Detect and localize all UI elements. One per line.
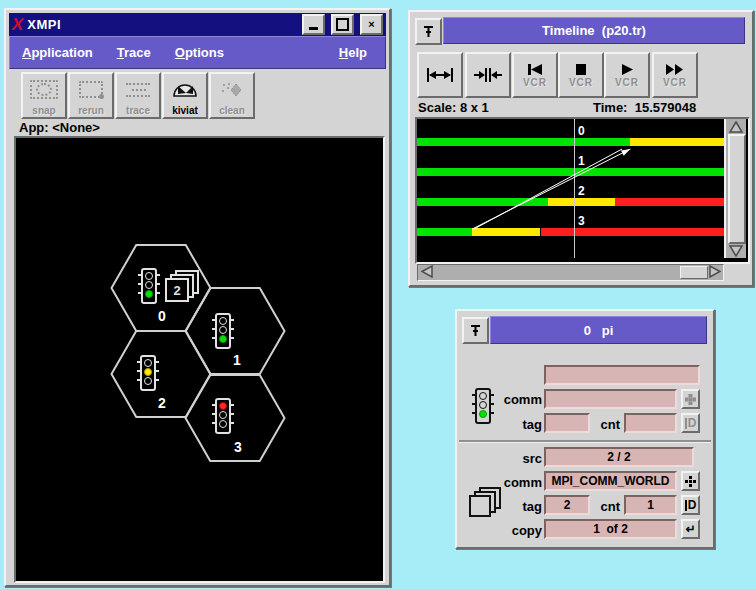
snap-button[interactable]: snap (21, 72, 67, 119)
process-label-0: 0 (151, 308, 173, 324)
yellow-lamp (145, 281, 153, 289)
snap-label: snap (32, 105, 55, 116)
timeline-window: Timeline (p20.tr) VCR VCR (408, 10, 754, 287)
menu-application[interactable]: Application (10, 45, 105, 60)
section-separator (459, 440, 711, 443)
horizontal-scroll-thumb[interactable] (680, 266, 708, 279)
stop-icon (571, 63, 591, 76)
rewind-icon (525, 63, 545, 76)
cascade-button-disabled[interactable] (681, 389, 700, 409)
scale-value: 8 x 1 (460, 100, 489, 115)
kiviat-label: kiviat (172, 105, 198, 116)
process-label-1: 1 (226, 352, 248, 368)
src-label: src (459, 451, 542, 466)
fast-forward-icon (664, 63, 686, 76)
cnt-label: cnt (537, 417, 620, 432)
vcr-rewind-button[interactable]: VCR (512, 52, 558, 98)
maximize-icon (336, 18, 349, 31)
expand-extent-button[interactable] (417, 52, 463, 98)
xmpi-main-window: X XMPI × Application Trace Options Help … (4, 8, 391, 587)
expand-arrows-icon (425, 66, 455, 84)
green-lamp (219, 335, 227, 343)
red-lamp (144, 359, 152, 367)
cnt-field[interactable]: 1 (624, 495, 677, 515)
traffic-light-process-0[interactable] (138, 267, 160, 305)
snap-icon (23, 74, 65, 105)
close-button[interactable]: × (360, 14, 383, 35)
kiviat-button[interactable]: kiviat (162, 72, 208, 119)
time-value: 15.579048 (635, 100, 696, 115)
cnt-label: cnt (537, 499, 620, 514)
timeline-chart-frame: 0123 (415, 117, 750, 264)
menu-help[interactable]: Help (327, 45, 379, 60)
process-label-3: 3 (227, 439, 249, 455)
return-button[interactable]: ↵ (681, 519, 700, 539)
green-lamp (144, 377, 152, 385)
clean-button[interactable]: clean (209, 72, 255, 119)
rerun-button[interactable]: rerun (68, 72, 114, 119)
collapse-extent-button[interactable] (465, 52, 511, 98)
message-stack-icon[interactable]: 2 (165, 270, 199, 304)
kiviat-icon (164, 74, 206, 105)
message-count: 2 (167, 283, 187, 298)
pin-button[interactable] (415, 18, 442, 45)
comm-field[interactable]: MPI_COMM_WORLD (544, 471, 677, 491)
menu-options[interactable]: Options (163, 45, 236, 60)
traffic-light-process-1[interactable] (212, 312, 234, 350)
cnt-field[interactable] (624, 413, 677, 433)
minimize-button[interactable] (302, 14, 325, 35)
vcr-label: VCR (663, 77, 687, 88)
copy-field[interactable]: 1 of 2 (544, 519, 677, 539)
detail-title[interactable]: 0 pi (490, 316, 707, 344)
x11-logo-icon: X (10, 16, 25, 33)
menubar: Application Trace Options Help (9, 36, 386, 69)
scroll-right-icon[interactable] (706, 265, 722, 278)
traffic-light-process-3[interactable] (212, 397, 234, 435)
squares-icon (685, 394, 696, 405)
vertical-scroll-thumb[interactable] (728, 134, 746, 244)
clean-label: clean (219, 105, 245, 116)
vcr-label: VCR (569, 77, 593, 88)
vcr-play-button[interactable]: VCR (604, 52, 650, 98)
vertical-scrollbar[interactable] (724, 119, 746, 258)
copy-label: copy (459, 523, 542, 538)
trace-icon (117, 74, 159, 105)
recv-field[interactable] (544, 365, 700, 385)
timeline-title[interactable]: Timeline (p20.tr) (443, 17, 745, 44)
close-icon: × (368, 19, 374, 30)
detail-button[interactable]: D (681, 495, 700, 515)
pushpin-icon (422, 25, 435, 39)
scroll-left-icon[interactable] (419, 265, 435, 278)
process-canvas[interactable]: 2 0 1 2 3 (14, 136, 385, 583)
yellow-lamp (144, 368, 152, 376)
comm-field[interactable] (544, 389, 677, 409)
vcr-fastforward-button[interactable]: VCR (652, 52, 698, 98)
src-field[interactable]: 2 / 2 (544, 447, 694, 467)
traffic-light-process-2[interactable] (137, 354, 159, 392)
cascade-button[interactable] (681, 471, 700, 491)
detail-button-disabled[interactable]: D (681, 413, 700, 433)
vcr-stop-button[interactable]: VCR (558, 52, 604, 98)
d-flag-icon: D (685, 418, 697, 429)
trace-button[interactable]: trace (115, 72, 161, 119)
rerun-icon (70, 74, 112, 105)
yellow-lamp (219, 411, 227, 419)
minimize-icon (309, 27, 318, 30)
tag-label: tag (459, 417, 542, 432)
squares-icon (685, 476, 696, 487)
scroll-down-icon[interactable] (727, 243, 745, 258)
pin-button[interactable] (462, 317, 489, 344)
titlebar[interactable]: X XMPI × (9, 13, 386, 36)
d-flag-icon: D (685, 500, 697, 511)
scroll-up-icon[interactable] (727, 119, 745, 134)
horizontal-scrollbar[interactable] (417, 264, 724, 281)
green-lamp (219, 420, 227, 428)
play-icon (617, 63, 637, 76)
menu-trace[interactable]: Trace (105, 45, 163, 60)
hexagon-grid (16, 138, 383, 581)
maximize-button[interactable] (331, 14, 354, 35)
app-status-label: App: <None> (19, 120, 100, 135)
timeline-chart[interactable]: 0123 (417, 119, 724, 258)
tag-label: tag (459, 499, 542, 514)
scale-label: Scale: 8 x 1 (418, 100, 489, 115)
